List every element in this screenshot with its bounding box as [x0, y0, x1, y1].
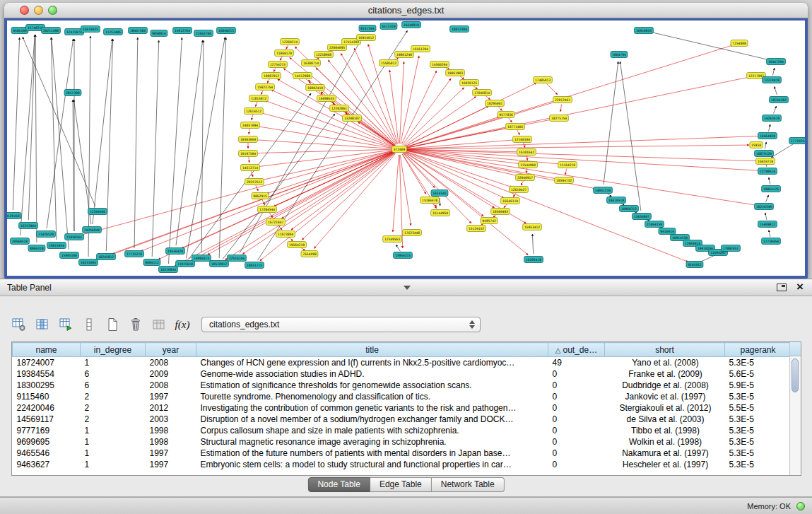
table-cell-short[interactable]: Wolkin et al. (1998): [605, 436, 725, 448]
graph-edge[interactable]: [23, 37, 95, 206]
table-cell-name[interactable]: 18300295: [13, 380, 81, 391]
function-builder-icon[interactable]: f(x): [173, 315, 192, 334]
graph-edge[interactable]: [774, 86, 777, 95]
table-cell-name[interactable]: 9463627: [13, 459, 81, 470]
table-cell-title[interactable]: Disruption of a novel member of a sodium…: [196, 414, 548, 425]
table-cell-in_degree[interactable]: 2: [81, 391, 146, 402]
graph-edge[interactable]: [404, 151, 504, 197]
table-cell-pagerank[interactable]: 5.9E-5: [725, 380, 790, 391]
table-cell-name[interactable]: 19384554: [13, 368, 81, 380]
table-row[interactable]: 1872400712008Changes of HCN gene express…: [13, 357, 790, 369]
new-table-icon[interactable]: [103, 315, 122, 334]
table-cell-year[interactable]: 1998: [146, 425, 196, 436]
table-row[interactable]: 946362711997Embryonic stem cells: a mode…: [13, 459, 790, 470]
graph-edge[interactable]: [769, 177, 770, 185]
graph-edge[interactable]: [766, 195, 769, 202]
column-header-out-degree[interactable]: △out_de…: [548, 343, 605, 357]
column-header-in-degree[interactable]: in_degree: [81, 343, 146, 357]
table-cell-title[interactable]: Genome-wide association studies in ADHD.: [196, 368, 548, 380]
graph-edge[interactable]: [255, 102, 257, 107]
table-cell-year[interactable]: 2003: [146, 414, 196, 425]
graph-edge[interactable]: [242, 153, 394, 255]
graph-edge[interactable]: [249, 157, 249, 163]
graph-edge[interactable]: [273, 67, 276, 71]
table-cell-name[interactable]: 22420046: [13, 402, 81, 414]
graph-edge[interactable]: [404, 88, 464, 146]
graph-edge[interactable]: [517, 130, 520, 135]
table-row[interactable]: 1830029562008Estimation of significance …: [13, 380, 790, 391]
graph-edge[interactable]: [249, 129, 249, 134]
graph-edge[interactable]: [405, 102, 556, 148]
table-cell-short[interactable]: Stergiakouli et al. (2012): [605, 402, 725, 414]
table-cell-short[interactable]: Dudbridge et al. (2008): [605, 380, 725, 391]
table-cell-short[interactable]: de Silva et al. (2003): [605, 414, 725, 425]
graph-edge[interactable]: [526, 168, 527, 173]
table-cell-out_degree[interactable]: 49: [548, 357, 605, 369]
graph-edge[interactable]: [35, 35, 37, 243]
graph-edge[interactable]: [262, 199, 265, 205]
table-cell-title[interactable]: Corpus callosum shape and size in male p…: [196, 425, 548, 436]
close-panel-icon[interactable]: ×: [796, 281, 804, 293]
graph-edge[interactable]: [106, 39, 112, 251]
graph-edge[interactable]: [20, 35, 35, 235]
table-cell-title[interactable]: Embryonic stem cells: a model to study s…: [196, 459, 548, 470]
graph-edge[interactable]: [314, 153, 396, 248]
table-cell-short[interactable]: Hescheler et al. (1997): [605, 459, 725, 470]
graph-edge[interactable]: [560, 105, 562, 112]
table-vertical-scrollbar[interactable]: [789, 342, 801, 475]
graph-edge[interactable]: [405, 140, 515, 149]
graph-edge[interactable]: [47, 39, 73, 228]
table-cell-short[interactable]: Nakamura et al. (1997): [605, 448, 725, 459]
table-cell-title[interactable]: Changes of HCN gene expression and I(f) …: [196, 357, 548, 369]
graph-edge[interactable]: [396, 245, 400, 251]
graph-edge[interactable]: [252, 115, 253, 120]
graph-edge[interactable]: [651, 32, 770, 60]
graph-edge[interactable]: [73, 100, 74, 231]
graph-edge[interactable]: [401, 71, 436, 144]
table-cell-name[interactable]: 14569117: [13, 414, 81, 425]
table-cell-out_degree[interactable]: 0: [548, 368, 605, 380]
graph-edge[interactable]: [565, 169, 567, 175]
table-cell-pagerank[interactable]: 5.3E-5: [725, 459, 790, 470]
graph-edge[interactable]: [261, 90, 264, 94]
table-cell-name[interactable]: 9699695: [13, 436, 81, 448]
table-cell-pagerank[interactable]: 5.3E-5: [725, 357, 790, 369]
table-cell-pagerank[interactable]: 5.5E-5: [725, 402, 790, 414]
graph-edge[interactable]: [393, 155, 399, 232]
graph-edge[interactable]: [208, 152, 394, 255]
column-header-pagerank[interactable]: pagerank: [725, 343, 790, 357]
graph-edge[interactable]: [774, 106, 777, 113]
table-cell-pagerank[interactable]: 5.3E-5: [725, 414, 790, 425]
graph-edge[interactable]: [773, 68, 775, 75]
table-chooser-dropdown[interactable]: citations_edges.txt: [201, 317, 481, 332]
table-cell-in_degree[interactable]: 1: [81, 425, 146, 436]
graph-edge[interactable]: [28, 35, 35, 220]
table-cell-out_degree[interactable]: 0: [548, 391, 605, 402]
table-cell-short[interactable]: Jankovic et al. (1997): [605, 391, 725, 402]
table-row[interactable]: 969969511998Structural magnetic resonanc…: [13, 436, 790, 448]
table-cell-in_degree[interactable]: 2: [81, 402, 146, 414]
graph-edge[interactable]: [405, 117, 500, 147]
memory-status-led[interactable]: [796, 502, 805, 510]
column-header-title[interactable]: title: [196, 343, 548, 357]
graph-edge[interactable]: [405, 151, 688, 262]
table-cell-name[interactable]: 9465546: [13, 448, 81, 459]
graph-edge[interactable]: [256, 185, 258, 191]
tab-network-table[interactable]: Network Table: [432, 477, 505, 492]
table-cell-title[interactable]: Estimation of significance thresholds fo…: [196, 380, 548, 391]
table-cell-pagerank[interactable]: 5.3E-5: [725, 436, 790, 448]
zoom-window-button[interactable]: [48, 6, 57, 15]
graph-edge[interactable]: [772, 144, 794, 158]
graph-edge[interactable]: [524, 143, 525, 148]
graph-edge[interactable]: [769, 230, 770, 237]
table-cell-year[interactable]: 1997: [146, 391, 196, 402]
graph-edge[interactable]: [401, 56, 419, 144]
table-row[interactable]: 1938455462009Genome-wide association stu…: [13, 368, 790, 380]
graph-edge[interactable]: [341, 54, 396, 145]
scrollbar-thumb[interactable]: [792, 358, 799, 392]
graph-edge[interactable]: [389, 70, 399, 144]
table-row[interactable]: 2242004622012Investigating the contribut…: [13, 402, 790, 414]
table-cell-short[interactable]: Franke et al. (2009): [605, 368, 725, 380]
close-window-button[interactable]: [20, 6, 29, 15]
graph-edge[interactable]: [286, 45, 288, 49]
